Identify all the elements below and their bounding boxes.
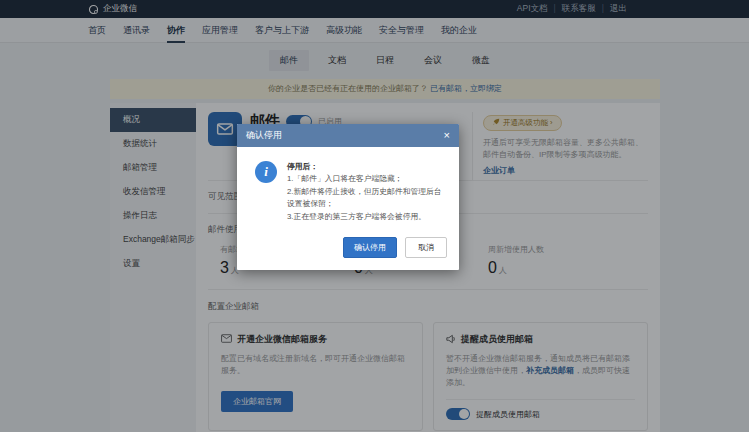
confirm-disable-dialog: 确认停用 × i 停用后： 1.「邮件」入口将在客户端隐藏； 2.新邮件将停止接… <box>237 124 459 270</box>
dialog-title: 确认停用 <box>246 129 282 142</box>
dialog-body: i 停用后： 1.「邮件」入口将在客户端隐藏； 2.新邮件将停止接收，但历史邮件… <box>237 147 459 231</box>
cancel-button[interactable]: 取消 <box>405 237 447 258</box>
info-icon: i <box>255 161 277 183</box>
close-icon[interactable]: × <box>444 131 450 140</box>
dialog-message: 停用后： 1.「邮件」入口将在客户端隐藏； 2.新邮件将停止接收，但历史邮件和管… <box>287 161 445 223</box>
dialog-lead: 停用后： <box>287 161 445 173</box>
dialog-footer: 确认停用 取消 <box>237 231 459 270</box>
dialog-header: 确认停用 × <box>237 124 459 147</box>
confirm-disable-button[interactable]: 确认停用 <box>343 237 397 258</box>
dialog-line: 2.新邮件将停止接收，但历史邮件和管理后台设置被保留； <box>287 186 445 211</box>
dialog-line: 3.正在登录的第三方客户端将会被停用。 <box>287 211 445 223</box>
dialog-line: 1.「邮件」入口将在客户端隐藏； <box>287 173 445 185</box>
